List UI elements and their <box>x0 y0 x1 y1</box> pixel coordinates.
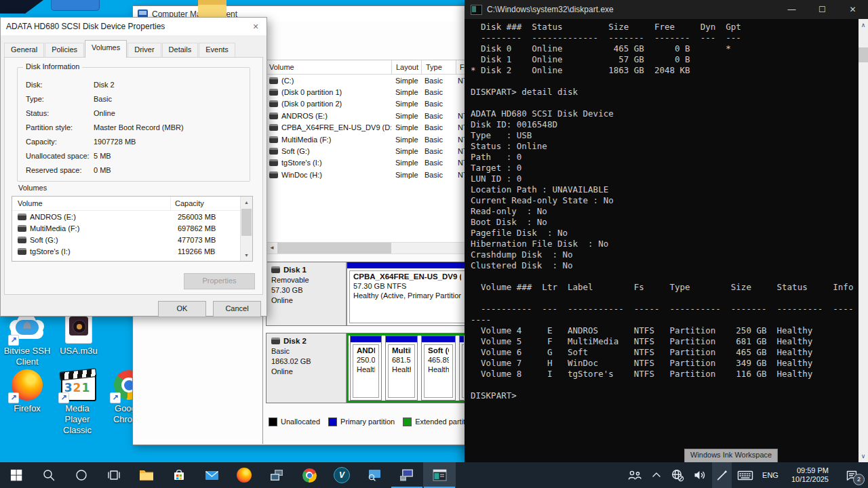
desktop-icon-firefox[interactable]: ↗ Firefox <box>3 368 52 414</box>
scrollbar-thumb[interactable] <box>241 209 252 236</box>
minimize-button[interactable]: — <box>776 0 807 19</box>
tab-driver[interactable]: Driver <box>127 43 161 57</box>
console-scrollbar[interactable]: ∧ ∨ <box>859 19 868 462</box>
scroll-up-icon[interactable]: ∧ <box>859 20 868 30</box>
command-prompt-taskbar-button[interactable] <box>423 462 456 488</box>
tab-general[interactable]: General <box>4 43 44 57</box>
disk-icon <box>269 124 278 131</box>
maximize-button[interactable]: ☐ <box>807 0 837 19</box>
mail-button[interactable] <box>195 462 228 488</box>
close-button[interactable]: ✕ <box>837 0 868 19</box>
disk-info-row: Disk:Disk 2 <box>26 77 244 92</box>
cm-volume-row[interactable]: ANDROS (E:)SimpleBasicNTFS <box>267 110 468 121</box>
column-header-volume[interactable]: Volume <box>12 197 171 210</box>
close-icon[interactable]: ✕ <box>245 18 267 35</box>
store-button[interactable] <box>163 462 195 488</box>
file-explorer-button[interactable] <box>130 462 163 488</box>
microsoft-store-icon <box>172 468 186 482</box>
task-view-button[interactable] <box>98 462 130 488</box>
cm-volume-row[interactable]: tgStore's (I:)SimpleBasicNTFS <box>267 157 468 169</box>
tab-events[interactable]: Events <box>199 43 235 57</box>
disk-icon <box>18 214 26 220</box>
cm-volume-row[interactable]: MultiMedia (F:)SimpleBasicNTFS <box>267 134 468 145</box>
cortana-icon <box>75 468 88 482</box>
volume-row[interactable]: tgStore's (I:)119266 MB <box>12 245 252 257</box>
cm-volume-row[interactable]: (Disk 0 partition 2)SimpleBasic <box>267 98 468 110</box>
partition-box[interactable]: Soft (G:)465.89 GBHealthy <box>421 336 456 401</box>
tab-policies[interactable]: Policies <box>45 43 84 57</box>
v-app-button[interactable]: V <box>326 462 358 488</box>
column-header-type[interactable]: Type <box>422 60 456 74</box>
start-button[interactable] <box>0 462 33 488</box>
cm-volume-row[interactable]: CPBA_X64FRE_EN-US_DV9 (D:)SimpleBasicNTF… <box>267 122 468 134</box>
cm-volume-row[interactable]: Soft (G:)SimpleBasicNTFS <box>267 145 468 157</box>
cm-volume-row[interactable]: (C:)SimpleBasicNTFS <box>267 75 468 86</box>
disk1-partition[interactable]: CPBA_X64FRE_EN-US_DV9 (D:) 57.30 GB NTFS… <box>347 262 467 325</box>
partition-box[interactable]: ANDROS (E:)250.00 GBHealthy <box>350 336 382 401</box>
cm-horizontal-scrollbar[interactable]: ◄ <box>266 242 468 254</box>
desktop-icon-usa-m3u[interactable]: USA.m3u <box>54 310 103 357</box>
console-line: Current Read-only State : No <box>471 195 859 206</box>
screen-magnifier-button[interactable] <box>358 462 391 488</box>
scroll-left-icon[interactable]: ◄ <box>267 243 277 253</box>
desktop-icon-bitvise[interactable]: ↗ Bitvise SSH Client <box>3 310 52 367</box>
cm-volume-list-header[interactable]: Volume Layout Type File System <box>267 60 468 75</box>
column-header-capacity[interactable]: Capacity <box>171 199 204 207</box>
cm-volume-row[interactable]: (Disk 0 partition 1)SimpleBasic <box>267 86 468 98</box>
dialog-volume-scrollbar[interactable]: ▲ ▼ <box>240 197 252 261</box>
properties-button[interactable]: Properties <box>184 273 255 289</box>
console-line: Volume 7 H WinDoc NTFS Partition 349 GB … <box>471 358 859 369</box>
ok-button[interactable]: OK <box>158 301 206 317</box>
search-button[interactable] <box>33 462 65 488</box>
desktop-icon-mpc[interactable]: 321 ↗ Media Player Classic <box>53 368 102 436</box>
scrollbar-thumb[interactable] <box>859 47 868 62</box>
command-prompt-icon <box>433 469 447 481</box>
scrollbar-thumb[interactable] <box>277 243 391 253</box>
computer-management-taskbar-button[interactable] <box>391 462 423 488</box>
scroll-down-icon[interactable]: ▼ <box>241 249 252 261</box>
clock[interactable]: 09:59 PM 10/12/2025 <box>784 462 836 488</box>
field-label: Capacity: <box>26 138 94 146</box>
field-value: Basic <box>94 95 112 103</box>
volume-row[interactable]: MultiMedia (F:)697862 MB <box>12 222 252 234</box>
type-cell: Basic <box>420 77 454 85</box>
people-button[interactable] <box>624 462 646 488</box>
partition-box[interactable]: MultiMedia (F:)681.51 GBHealthy <box>385 336 418 401</box>
console-line: Clustered Disk : No <box>471 260 859 271</box>
pen-icon <box>715 469 728 482</box>
tab-volumes[interactable]: Volumes <box>85 40 127 58</box>
partition-box[interactable]: WinDoc (H:)349 GBHealthy <box>459 336 464 401</box>
partition-status: Healthy (Active, Primary Partition) <box>353 291 461 300</box>
column-header-volume[interactable]: Volume <box>267 60 392 74</box>
touch-keyboard-button[interactable] <box>734 462 757 488</box>
layout-cell: Simple <box>391 147 420 155</box>
desktop-icon-label: USA.m3u <box>54 346 103 357</box>
console-titlebar[interactable]: C:\Windows\system32\diskpart.exe — ☐ ✕ <box>465 0 868 19</box>
tray-expand-button[interactable] <box>648 462 665 488</box>
scroll-up-icon[interactable]: ▲ <box>241 197 252 208</box>
dialog-titlebar[interactable]: ADATA HD680 SCSI Disk Device Properties <box>1 18 267 35</box>
cm-volume-row[interactable]: WinDoc (H:)SimpleBasicNTFS <box>267 169 468 180</box>
action-center-button[interactable]: 2 <box>838 462 865 488</box>
chrome-taskbar-button[interactable] <box>293 462 326 488</box>
cortana-button[interactable] <box>65 462 98 488</box>
volume-button[interactable] <box>690 462 710 488</box>
column-header-layout[interactable]: Layout <box>392 60 422 74</box>
network-status-button[interactable] <box>667 462 688 488</box>
language-indicator[interactable]: ENG <box>759 462 782 488</box>
tab-details[interactable]: Details <box>162 43 199 57</box>
cancel-button[interactable]: Cancel <box>213 301 261 317</box>
firefox-taskbar-button[interactable] <box>228 462 260 488</box>
disk-icon <box>18 225 26 232</box>
disk1-header[interactable]: Disk 1 Removable 57.30 GB Online <box>267 262 347 325</box>
scroll-down-icon[interactable]: ∨ <box>859 451 868 461</box>
shortcut-arrow-icon: ↗ <box>8 335 19 346</box>
legend-label: Extended partition <box>415 418 468 426</box>
dialog-volume-list-header[interactable]: Volume Capacity <box>12 197 252 211</box>
disk2-header[interactable]: Disk 2 Basic 1863.02 GB Online <box>267 333 347 403</box>
volume-row[interactable]: ANDROS (E:)256003 MB <box>12 211 252 222</box>
shortcut-arrow-icon: ↗ <box>110 392 121 403</box>
computers-button[interactable] <box>260 462 293 488</box>
volume-row[interactable]: Soft (G:)477073 MB <box>12 234 252 245</box>
windows-ink-workspace-button[interactable] <box>712 462 732 488</box>
